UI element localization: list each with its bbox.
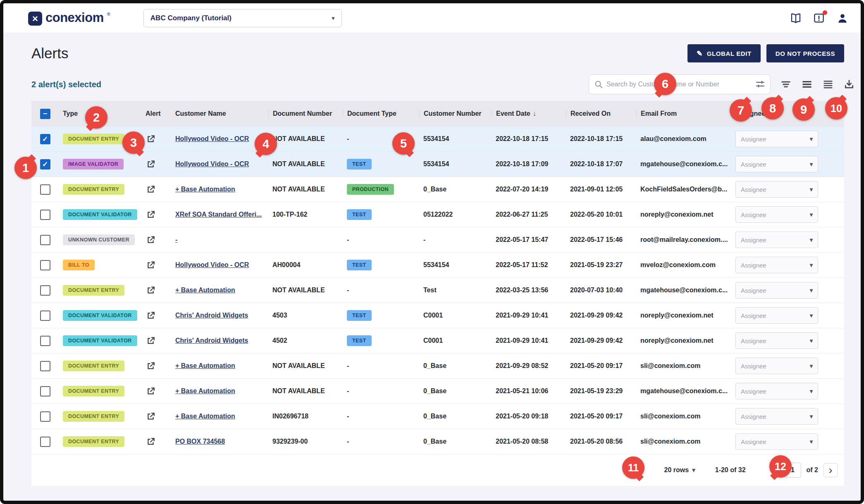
open-alert-icon[interactable] [146, 134, 171, 144]
assignee-placeholder: Assignee [741, 136, 766, 143]
open-alert-icon[interactable] [146, 361, 171, 371]
open-alert-icon[interactable] [146, 210, 171, 220]
open-alert-icon[interactable] [146, 437, 171, 447]
sort-filter-icon[interactable] [780, 79, 792, 90]
assignee-dropdown[interactable]: Assignee▾ [735, 257, 818, 273]
assignee-dropdown[interactable]: Assignee▾ [735, 307, 818, 324]
assignee-cell: Assignee▾ [731, 358, 844, 374]
customer-name-link[interactable]: + Base Automation [175, 362, 235, 369]
customer-name-link[interactable]: Chris' Android Widgets [175, 337, 248, 344]
column-header-type[interactable]: Type [59, 110, 141, 117]
assignee-dropdown[interactable]: Assignee▾ [735, 131, 818, 147]
customer-name-cell: Hollywood Video - OCR [171, 261, 268, 269]
assignee-dropdown[interactable]: Assignee▾ [735, 232, 818, 248]
select-all-checkbox[interactable]: − [40, 109, 50, 119]
column-view-icon[interactable] [822, 79, 834, 90]
open-alert-icon[interactable] [146, 260, 171, 270]
row-checkbox[interactable]: ✓ [40, 134, 50, 144]
notifications-icon[interactable] [813, 12, 825, 24]
rows-per-page-dropdown[interactable]: 20 rows ▾ [664, 466, 695, 474]
column-header-customer-number[interactable]: Customer Number [419, 110, 492, 117]
assignee-dropdown[interactable]: Assignee▾ [735, 332, 818, 349]
row-checkbox[interactable] [40, 210, 50, 220]
assignee-dropdown[interactable]: Assignee▾ [735, 181, 818, 198]
logo-text: conexiom [45, 10, 104, 25]
customer-name-link[interactable]: + Base Automation [175, 413, 235, 420]
row-checkbox[interactable] [40, 386, 50, 397]
event-date-cell: 2022-10-18 17:15 [492, 135, 566, 143]
customer-name-link[interactable]: - [175, 236, 177, 243]
customer-name-cell: Chris' Android Widgets [171, 312, 268, 319]
search-input[interactable] [606, 81, 752, 88]
assignee-placeholder: Assignee [741, 287, 766, 294]
assignee-dropdown[interactable]: Assignee▾ [735, 282, 818, 299]
column-header-event-date[interactable]: Event Date ↓ [492, 110, 566, 117]
customer-name-link[interactable]: PO BOX 734568 [175, 438, 225, 445]
column-header-document-type[interactable]: Document Type [343, 110, 419, 117]
assignee-dropdown[interactable]: Assignee▾ [735, 206, 818, 223]
next-page-button[interactable]: › [823, 463, 838, 477]
customer-name-link[interactable]: + Base Automation [175, 287, 235, 294]
customer-name-cell: XRef SOA Standard Offeri... [171, 211, 268, 218]
row-checkbox[interactable] [40, 184, 50, 195]
row-checkbox[interactable] [40, 260, 50, 270]
selected-count-label: 2 alert(s) selected [31, 80, 101, 89]
customer-name-link[interactable]: + Base Automation [175, 186, 235, 193]
company-selector-dropdown[interactable]: ABC Company (Tutorial) ▾ [143, 9, 342, 27]
alert-cell [141, 260, 171, 270]
download-icon[interactable] [843, 79, 855, 90]
open-alert-icon[interactable] [146, 235, 171, 245]
global-edit-button[interactable]: ✎ GLOBAL EDIT [687, 44, 761, 62]
alert-cell [141, 134, 171, 144]
row-density-icon[interactable] [801, 79, 813, 90]
assignee-dropdown[interactable]: Assignee▾ [735, 433, 818, 450]
open-alert-icon[interactable] [146, 336, 171, 346]
column-header-customer-name[interactable]: Customer Name [171, 110, 268, 117]
row-checkbox[interactable] [40, 235, 50, 245]
assignee-placeholder: Assignee [741, 211, 766, 218]
customer-name-cell: + Base Automation [171, 413, 268, 420]
row-checkbox[interactable] [40, 311, 50, 321]
row-checkbox[interactable] [40, 411, 50, 422]
row-checkbox[interactable] [40, 336, 50, 346]
open-alert-icon[interactable] [146, 159, 171, 170]
customer-name-link[interactable]: + Base Automation [175, 387, 235, 394]
assignee-dropdown[interactable]: Assignee▾ [735, 156, 818, 172]
row-checkbox[interactable] [40, 361, 50, 371]
open-alert-icon[interactable] [146, 411, 171, 422]
open-alert-icon[interactable] [146, 285, 171, 296]
header-buttons: ✎ GLOBAL EDIT DO NOT PROCESS [687, 44, 844, 62]
alert-cell [141, 411, 171, 422]
row-checkbox[interactable]: ✓ [40, 159, 50, 170]
page-number-input[interactable] [785, 463, 801, 478]
column-header-alert[interactable]: Alert [141, 110, 171, 117]
search-box[interactable] [589, 74, 771, 94]
customer-name-link[interactable]: Hollywood Video - OCR [175, 160, 249, 167]
docs-book-icon[interactable] [790, 12, 802, 24]
assignee-dropdown[interactable]: Assignee▾ [735, 383, 818, 399]
column-header-received-on[interactable]: Received On [566, 110, 636, 117]
assignee-placeholder: Assignee [741, 337, 766, 344]
customer-name-link[interactable]: Chris' Android Widgets [175, 312, 248, 319]
column-header-email-from[interactable]: Email From [636, 110, 731, 117]
search-filter-settings-icon[interactable] [755, 79, 765, 89]
document-number-cell: 4503 [268, 312, 343, 319]
assignee-dropdown[interactable]: Assignee▾ [735, 408, 818, 425]
do-not-process-button[interactable]: DO NOT PROCESS [766, 44, 844, 62]
customer-number-cell: 5534154 [419, 160, 492, 168]
column-header-assignee[interactable]: Assignee [731, 110, 844, 117]
customer-name-link[interactable]: Hollywood Video - OCR [175, 261, 249, 268]
account-icon[interactable] [836, 12, 849, 25]
open-alert-icon[interactable] [146, 386, 171, 397]
column-header-document-number[interactable]: Document Number [268, 110, 343, 117]
checkbox-cell [31, 411, 59, 422]
customer-name-link[interactable]: Hollywood Video - OCR [175, 135, 249, 142]
open-alert-icon[interactable] [146, 311, 171, 321]
row-checkbox[interactable] [40, 437, 50, 447]
sort-descending-icon[interactable]: ↓ [533, 110, 536, 117]
customer-name-link[interactable]: XRef SOA Standard Offeri... [175, 211, 262, 218]
previous-page-button[interactable]: ‹ [772, 465, 779, 476]
open-alert-icon[interactable] [146, 184, 171, 195]
assignee-dropdown[interactable]: Assignee▾ [735, 358, 818, 374]
row-checkbox[interactable] [40, 285, 50, 296]
